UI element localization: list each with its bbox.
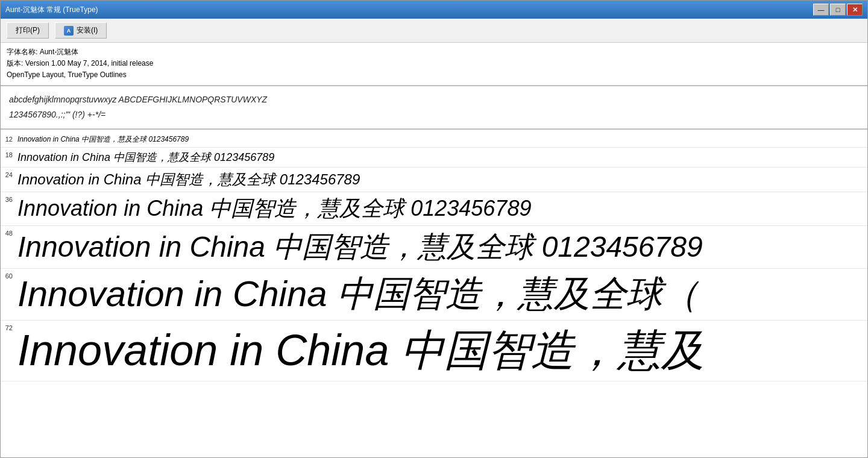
sample-text-24: Innovation in China 中国智造，慧及全球 0123456789	[17, 169, 360, 190]
sample-text-72: Innovation in China 中国智造，慧及	[17, 322, 705, 380]
size-label-36: 36	[1, 193, 17, 203]
size-label-60: 60	[1, 270, 17, 280]
size-label-48: 48	[1, 227, 17, 237]
print-label: 打印(P)	[16, 25, 40, 36]
sample-row-60: 60 Innovation in China 中国智造，慧及全球（	[1, 269, 867, 321]
install-icon: A	[64, 26, 74, 36]
close-button[interactable]: ✕	[847, 4, 863, 16]
toolbar: 打印(P) A 安装(I)	[1, 19, 867, 43]
sample-row-12: 12 Innovation in China 中国智造，慧及全球 0123456…	[1, 132, 867, 148]
size-label-24: 24	[1, 169, 17, 178]
font-info-section: 字体名称: Aunt-沉魅体 版本: Version 1.00 May 7, 2…	[1, 43, 867, 86]
sample-text-36: Innovation in China 中国智造，慧及全球 0123456789	[17, 193, 531, 224]
char-preview-section: abcdefghijklmnopqrstuvwxyz ABCDEFGHIJKLM…	[1, 86, 867, 129]
print-button[interactable]: 打印(P)	[7, 22, 49, 39]
sample-area[interactable]: 12 Innovation in China 中国智造，慧及全球 0123456…	[1, 130, 867, 457]
size-label-18: 18	[1, 149, 17, 158]
sample-text-60: Innovation in China 中国智造，慧及全球（	[17, 270, 699, 319]
lowercase-preview: abcdefghijklmnopqrstuvwxyz ABCDEFGHIJKLM…	[9, 92, 859, 107]
size-label-72: 72	[1, 322, 17, 331]
sample-row-72: 72 Innovation in China 中国智造，慧及	[1, 321, 867, 381]
sample-text-12: Innovation in China 中国智造，慧及全球 0123456789	[17, 133, 189, 146]
window-controls: — □ ✕	[813, 4, 863, 16]
main-window: Aunt-沉魅体 常规 (TrueType) — □ ✕ 打印(P) A 安装(…	[0, 0, 868, 458]
maximize-button[interactable]: □	[830, 4, 846, 16]
window-title: Aunt-沉魅体 常规 (TrueType)	[5, 5, 98, 15]
minimize-button[interactable]: —	[813, 4, 829, 16]
numbers-preview: 1234567890.,:;'" (!?) +-*/=	[9, 107, 859, 122]
sample-row-48: 48 Innovation in China 中国智造，慧及全球 0123456…	[1, 226, 867, 269]
size-label-12: 12	[1, 133, 17, 143]
sample-row-24: 24 Innovation in China 中国智造，慧及全球 0123456…	[1, 168, 867, 192]
install-button[interactable]: A 安装(I)	[55, 22, 107, 39]
title-bar: Aunt-沉魅体 常规 (TrueType) — □ ✕	[1, 1, 867, 19]
font-version-line: 版本: Version 1.00 May 7, 2014, initial re…	[7, 58, 861, 69]
sample-text-48: Innovation in China 中国智造，慧及全球 0123456789	[17, 227, 703, 267]
install-label: 安装(I)	[77, 25, 98, 36]
sample-row-36: 36 Innovation in China 中国智造，慧及全球 0123456…	[1, 192, 867, 226]
sample-text-18: Innovation in China 中国智造，慧及全球 0123456789	[17, 149, 274, 166]
font-name-line: 字体名称: Aunt-沉魅体	[7, 46, 861, 58]
sample-row-18: 18 Innovation in China 中国智造，慧及全球 0123456…	[1, 148, 867, 168]
font-type-line: OpenType Layout, TrueType Outlines	[7, 69, 861, 81]
